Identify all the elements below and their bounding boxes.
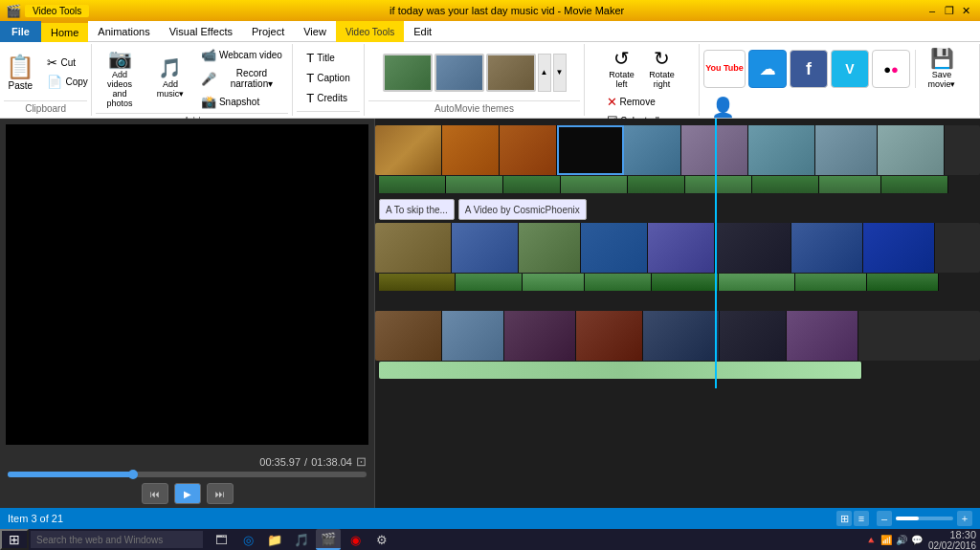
start-button[interactable]: ⊞: [0, 529, 29, 550]
volume-icon[interactable]: 🔊: [896, 535, 907, 545]
tray-icon-1[interactable]: 🔺: [865, 535, 877, 545]
sonic-clip-2[interactable]: [452, 223, 519, 273]
movie-maker-icon[interactable]: 🎬: [316, 529, 341, 550]
tab-project[interactable]: Project: [242, 21, 294, 42]
taskview-button[interactable]: 🗔: [209, 529, 234, 550]
add-music-icon: 🎵: [158, 58, 182, 77]
window-title: if today was your last day music vid - M…: [390, 5, 624, 16]
text-clip-2[interactable]: A Video by CosmicPhoenix: [458, 199, 587, 220]
add-videos-button[interactable]: 📷 Add videos and photos: [96, 46, 144, 111]
youtube-button[interactable]: You Tube: [703, 50, 746, 88]
ribbon-tabs: File Home Animations Visual Effects Proj…: [0, 21, 980, 42]
search-input[interactable]: [31, 531, 203, 548]
tab-view[interactable]: View: [294, 21, 336, 42]
preview-video[interactable]: [6, 124, 368, 445]
clip3-3[interactable]: [504, 311, 576, 361]
video-clip-3[interactable]: [500, 125, 557, 175]
progress-thumb[interactable]: [128, 470, 138, 479]
video-clip-6[interactable]: [681, 125, 748, 175]
save-movie-button[interactable]: 💾 Save movie▾: [921, 46, 963, 92]
video-clip-2[interactable]: [442, 125, 500, 175]
automovie-group: ▲ ▼ AutoMovie themes: [365, 44, 585, 116]
theme-2[interactable]: [434, 54, 484, 92]
file-explorer-icon[interactable]: 📁: [262, 529, 287, 550]
themes-scroll-up[interactable]: ▲: [538, 54, 551, 92]
sonic-clip-1[interactable]: [375, 223, 452, 273]
credits-button[interactable]: T Credits: [302, 89, 353, 107]
facebook-button[interactable]: f: [790, 50, 828, 88]
titles-group: T Title T Caption T Credits: [293, 44, 365, 116]
clip3-2[interactable]: [442, 311, 504, 361]
flickr-button[interactable]: ●●: [872, 50, 910, 88]
zoom-slider[interactable]: [896, 517, 953, 520]
skydrive-button[interactable]: ☁: [748, 50, 787, 88]
title-bar: 🎬 Video Tools if today was your last day…: [0, 0, 980, 21]
view-toggle-1[interactable]: ⊞: [836, 511, 852, 526]
minimize-button[interactable]: –: [924, 3, 940, 18]
play-button[interactable]: ▶: [174, 483, 201, 504]
sonic-clip-4[interactable]: [581, 223, 648, 273]
browser-icon-2[interactable]: ◉: [343, 529, 368, 550]
rewind-button[interactable]: ⏮: [142, 483, 168, 504]
tab-file[interactable]: File: [0, 21, 41, 42]
add-music-button[interactable]: 🎵 Add music▾: [145, 55, 195, 101]
sonic-clip-6[interactable]: [715, 223, 791, 273]
tab-animations[interactable]: Animations: [88, 21, 159, 42]
vimeo-button[interactable]: V: [831, 50, 869, 88]
sonic-clip-7[interactable]: [791, 223, 863, 273]
media-player-icon[interactable]: 🎵: [289, 529, 314, 550]
video-clip-1[interactable]: [375, 125, 442, 175]
theme-1[interactable]: [383, 54, 433, 92]
clip3-1[interactable]: [375, 311, 442, 361]
webcam-video-button[interactable]: 📹 Webcam video: [197, 46, 288, 64]
forward-button[interactable]: ⏭: [207, 483, 234, 504]
current-time: 00:35.97: [259, 456, 301, 468]
paste-button[interactable]: 📋 Paste: [0, 51, 41, 94]
view-toggle-2[interactable]: ≡: [854, 511, 869, 526]
themes-scroll-down[interactable]: ▼: [553, 54, 567, 92]
sonic-clip-8[interactable]: [863, 223, 935, 273]
clip3-7[interactable]: [787, 311, 858, 361]
theme-3[interactable]: [486, 54, 536, 92]
restore-button[interactable]: ❐: [942, 3, 957, 18]
close-button[interactable]: ✕: [959, 3, 974, 18]
taskbar-icons: 🗔 ◎ 📁 🎵 🎬 ◉ ⚙: [209, 529, 394, 550]
bg-audio-1: [379, 362, 862, 379]
rotate-right-button[interactable]: ↻ Rotate right: [643, 46, 681, 92]
copy-button[interactable]: 📄 Copy: [43, 73, 91, 91]
video-clip-4[interactable]: [557, 125, 624, 175]
tab-video-tools[interactable]: Video Tools: [336, 21, 404, 42]
clip3-4[interactable]: [576, 311, 643, 361]
tab-visual-effects[interactable]: Visual Effects: [160, 21, 242, 42]
title-button[interactable]: T Title: [302, 49, 353, 67]
remove-button[interactable]: ✕ Remove: [603, 93, 681, 111]
text-clip-1[interactable]: A To skip the...: [379, 199, 455, 220]
progress-bar[interactable]: [8, 472, 367, 477]
clip3-5[interactable]: [643, 311, 720, 361]
record-narration-button[interactable]: 🎤 Record narration▾: [197, 66, 288, 91]
playback-controls: ⏮ ▶ ⏭: [8, 483, 367, 504]
settings-icon[interactable]: ⚙: [369, 529, 394, 550]
video-clip-8[interactable]: [815, 125, 878, 175]
zoom-minus-button[interactable]: –: [877, 511, 892, 526]
snapshot-button[interactable]: 📸 Snapshot: [197, 93, 288, 111]
clip3-6[interactable]: [720, 311, 787, 361]
video-clip-5[interactable]: [624, 125, 681, 175]
video-clip-7[interactable]: [748, 125, 815, 175]
sonic-audio-8: [867, 274, 939, 291]
zoom-plus-button[interactable]: +: [957, 511, 972, 526]
tab-home[interactable]: Home: [41, 21, 88, 42]
video-clip-9[interactable]: [878, 125, 945, 175]
video-audio-3: [503, 176, 561, 193]
notification-icon[interactable]: 💬: [911, 535, 923, 545]
sonic-clip-5[interactable]: [648, 223, 715, 273]
cut-button[interactable]: ✂ Cut: [43, 54, 91, 72]
edge-browser-icon[interactable]: ◎: [235, 529, 260, 550]
wifi-icon[interactable]: 📶: [880, 535, 892, 545]
sonic-clip-3[interactable]: [519, 223, 581, 273]
fullscreen-button[interactable]: ⊡: [356, 454, 367, 469]
clock[interactable]: 18:30 02/02/2016: [928, 529, 976, 551]
rotate-left-button[interactable]: ↺ Rotate left: [603, 46, 641, 92]
tab-edit[interactable]: Edit: [404, 21, 441, 42]
caption-button[interactable]: T Caption: [302, 69, 353, 87]
